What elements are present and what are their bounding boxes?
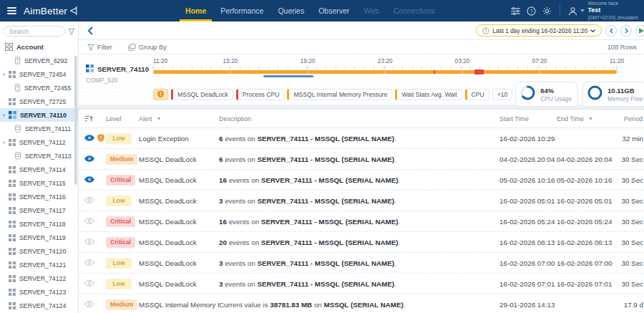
nav-connections[interactable]: Connections: [394, 0, 435, 21]
next-period-button[interactable]: [620, 25, 632, 37]
table-row[interactable]: CriticalMSSQL DeadLock20 events on SERVE…: [79, 232, 644, 253]
prev-period-button[interactable]: [605, 25, 617, 37]
sidebar-item-label: SERVER_72454: [19, 71, 66, 78]
server-tree: SERVER_6292▾SERVER_72454SERVER_72455SERV…: [0, 54, 78, 312]
alert-name-cell[interactable]: MSSQL Internal Memory Pressure: [139, 301, 219, 309]
settings-icon[interactable]: [542, 6, 552, 16]
shield-chip[interactable]: [153, 89, 168, 100]
sidebar-item-server_72725[interactable]: SERVER_72725: [0, 95, 78, 108]
eye-off-icon[interactable]: [84, 197, 94, 205]
alert-chip-wait-stats-avg-wait[interactable]: Wait Stats Avg. Wait: [395, 89, 462, 100]
alert-filter-chevron-icon[interactable]: ▼: [157, 116, 162, 121]
expander-icon[interactable]: ▾: [3, 72, 9, 77]
col-start-time[interactable]: Start Time: [499, 115, 557, 122]
gauge-memory-free: 10.11GBMemory Free: [582, 82, 644, 107]
time-range-selector[interactable]: Last 1 day ending 16-02-2026 11:20: [476, 24, 602, 37]
alert-name-cell[interactable]: MSSQL DeadLock: [139, 280, 219, 288]
sidebar-item-server_74117[interactable]: SERVER_74117: [0, 203, 78, 217]
grid-icon: [9, 180, 16, 187]
table-row[interactable]: LowMSSQL DeadLock3 events on SERVER_7411…: [79, 191, 644, 211]
eye-off-icon[interactable]: [84, 218, 94, 226]
nav-web[interactable]: Web: [364, 0, 379, 21]
search-input[interactable]: [4, 26, 65, 37]
sidebar-item-server_6292[interactable]: SERVER_6292: [0, 54, 78, 67]
sidebar-item-server_74122[interactable]: SERVER_74122: [0, 271, 78, 285]
table-row[interactable]: CriticalMSSQL DeadLock16 events on SERVE…: [79, 170, 644, 191]
sidebar-item-server_74118[interactable]: SERVER_74118: [0, 217, 78, 231]
menu-icon[interactable]: [7, 7, 16, 14]
alert-chip-+10[interactable]: +10: [492, 89, 513, 100]
alert-name-cell[interactable]: MSSQL DeadLock: [139, 239, 219, 246]
user-menu[interactable]: Welcome back Test (GMT+02:00) Jerusalem: [568, 1, 638, 21]
sidebar-item-server_74120[interactable]: SERVER_74120: [0, 244, 78, 258]
nav-home[interactable]: Home: [185, 0, 206, 21]
alert-name-cell[interactable]: MSSQL DeadLock: [139, 155, 219, 163]
alert-name-cell[interactable]: MSSQL DeadLock: [139, 218, 219, 226]
col-period[interactable]: Period: [611, 115, 644, 122]
sidebar-item-server_74119[interactable]: SERVER_74119: [0, 231, 78, 244]
account-label: Account: [16, 43, 44, 51]
eye-off-icon[interactable]: [84, 280, 94, 288]
col-level[interactable]: Level: [106, 115, 139, 122]
filter-button[interactable]: Filter: [87, 44, 112, 51]
state-sort-icon[interactable]: [84, 115, 93, 122]
eye-icon[interactable]: [84, 135, 94, 143]
timeline-server-info[interactable]: SERVER_74110 COMP_520: [86, 64, 149, 84]
nav-performance[interactable]: Performance: [220, 0, 263, 21]
expander-icon[interactable]: ▾: [3, 140, 9, 145]
sidebar-scrollbar[interactable]: [74, 56, 77, 185]
help-icon[interactable]: ?: [527, 6, 536, 16]
sidebar-item-server_74115[interactable]: SERVER_74115: [0, 176, 78, 190]
sidebar-item-server_74124[interactable]: SERVER_74124: [0, 299, 78, 312]
sidebar-item-server_74112[interactable]: ▾SERVER_74112: [0, 135, 78, 149]
table-row[interactable]: MediumMSSQL DeadLock6 events on SERVER_7…: [79, 149, 644, 170]
sidebar-item-server_74116[interactable]: SERVER_74116: [0, 190, 78, 203]
timeline-tick: 07:20: [532, 57, 547, 64]
sidebar-item-server_74110[interactable]: ▾SERVER_74110: [0, 108, 78, 122]
alert-chip-cpu[interactable]: CPU: [465, 89, 489, 100]
sidebar-filter-icon[interactable]: [68, 28, 75, 35]
level-cell: Low: [106, 133, 139, 144]
alert-chip-mssql-internal-memory-pressure[interactable]: MSSQL Internal Memory Pressure: [287, 89, 392, 100]
row-state-cell: [79, 155, 106, 163]
table-row[interactable]: LowLogin Exception6 events on SERVER_741…: [79, 128, 644, 149]
col-alert[interactable]: Alert▼: [139, 115, 219, 122]
nav-observer[interactable]: Observer: [318, 0, 349, 21]
sidebar-item-server_72454[interactable]: ▾SERVER_72454: [0, 67, 78, 81]
alert-name-cell[interactable]: MSSQL DeadLock: [139, 259, 219, 267]
expander-icon[interactable]: ▾: [3, 112, 9, 117]
timeline-strip[interactable]: 11:2015:2019:2023:2003:2007:2011:20: [153, 56, 617, 79]
alert-name-cell[interactable]: Login Exception: [139, 135, 219, 143]
app-logo[interactable]: AimBetter: [24, 6, 78, 16]
alert-name-cell[interactable]: MSSQL DeadLock: [139, 197, 219, 205]
group-by-button[interactable]: Group By: [128, 44, 167, 51]
table-row[interactable]: LowMSSQL DeadLock3 events on SERVER_7411…: [79, 253, 644, 274]
col-end-time[interactable]: End Time▼: [557, 115, 611, 122]
sidebar-item-label: SERVER_74112: [19, 139, 66, 146]
alert-chip-process-cpu[interactable]: Process CPU: [236, 89, 285, 100]
alert-name-cell[interactable]: MSSQL DeadLock: [139, 176, 219, 184]
alert-chip-mssql-deadlock[interactable]: MSSQL DeadLock: [171, 89, 233, 100]
sidebar-item-server_74123[interactable]: SERVER_74123: [0, 285, 78, 299]
sidebar-item-server_74121[interactable]: SERVER_74121: [0, 258, 78, 271]
tune-icon[interactable]: [511, 7, 520, 15]
back-button[interactable]: [86, 25, 94, 37]
eye-off-icon[interactable]: [84, 259, 94, 267]
sidebar-item-server_74111[interactable]: SERVER_74111: [0, 122, 78, 135]
eye-off-icon[interactable]: [84, 301, 94, 309]
end-time-sort-chevron-icon[interactable]: ▼: [588, 116, 593, 121]
col-description[interactable]: Description: [219, 115, 499, 122]
grid-icon: [9, 166, 16, 173]
table-row[interactable]: LowMSSQL DeadLock3 events on SERVER_7411…: [79, 274, 644, 294]
live-button[interactable]: [635, 25, 644, 37]
sidebar-item-server_74114[interactable]: SERVER_74114: [0, 163, 78, 176]
sidebar-item-server_74113[interactable]: SERVER_74113: [0, 149, 78, 163]
eye-icon[interactable]: [84, 155, 94, 163]
nav-queries[interactable]: Queries: [278, 0, 304, 21]
table-row[interactable]: CriticalMSSQL DeadLock16 events on SERVE…: [79, 211, 644, 232]
table-row[interactable]: MediumMSSQL Internal Memory PressureCurr…: [79, 294, 644, 313]
sidebar-account[interactable]: Account: [0, 39, 78, 54]
sidebar-item-server_72455[interactable]: SERVER_72455: [0, 81, 78, 95]
eye-off-icon[interactable]: [84, 239, 94, 246]
eye-icon[interactable]: [84, 176, 94, 184]
